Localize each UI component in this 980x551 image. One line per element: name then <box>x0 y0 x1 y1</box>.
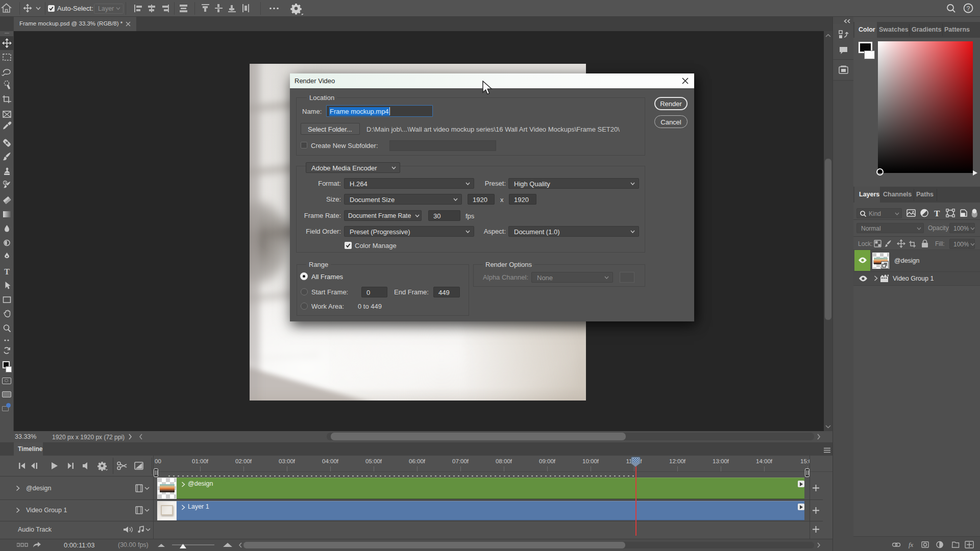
svg-text:T: T <box>934 209 940 218</box>
svg-text:Auto-Select:: Auto-Select: <box>57 5 93 12</box>
svg-text:?: ? <box>967 5 970 12</box>
svg-text:T: T <box>4 267 10 276</box>
svg-text:fx: fx <box>909 541 914 548</box>
svg-text:Layer: Layer <box>98 5 114 12</box>
